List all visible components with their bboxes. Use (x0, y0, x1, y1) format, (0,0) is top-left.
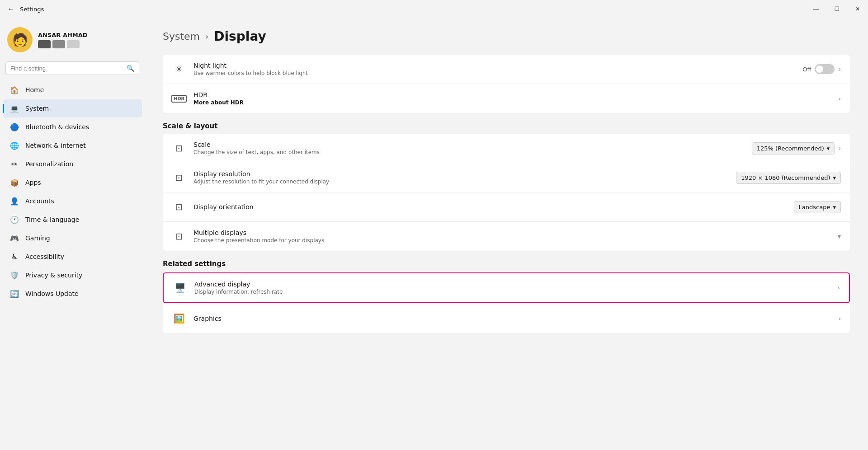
app-body: 🧑 ANSAR AHMAD 🔍 🏠 Home 💻 System 🔵 Blueto… (0, 18, 868, 450)
setting-row-multiple_displays[interactable]: ⊡ Multiple displays Choose the presentat… (163, 222, 850, 251)
dropdown-display_resolution[interactable]: 1920 × 1080 (Recommended) ▾ (736, 172, 841, 184)
nav-label-system: System (25, 105, 49, 112)
setting-icon-advanced_display: 🖥️ (173, 281, 187, 295)
setting-title-multiple_displays: Multiple displays (193, 229, 830, 236)
setting-row-scale[interactable]: ⊡ Scale Change the size of text, apps, a… (163, 134, 850, 163)
setting-row-night_light[interactable]: ☀️ Night light Use warmer colors to help… (163, 55, 850, 84)
chevron-icon-night_light: › (838, 66, 841, 73)
dropdown-chevron-scale: ▾ (827, 145, 830, 152)
setting-icon-hdr: HDR (172, 91, 186, 106)
setting-icon-scale: ⊡ (172, 141, 186, 155)
setting-desc-scale: Change the size of text, apps, and other… (193, 149, 745, 155)
setting-text-night_light: Night light Use warmer colors to help bl… (193, 62, 795, 76)
sidebar-item-gaming[interactable]: 🎮 Gaming (3, 229, 142, 247)
setting-icon-display_resolution: ⊡ (172, 170, 186, 185)
settings-card-top_settings: ☀️ Night light Use warmer colors to help… (163, 55, 850, 113)
badge-1 (38, 40, 51, 48)
setting-text-display_resolution: Display resolution Adjust the resolution… (193, 170, 729, 185)
setting-control-hdr: › (838, 95, 841, 102)
setting-desc-multiple_displays: Choose the presentation mode for your di… (193, 237, 830, 244)
close-button[interactable]: ✕ (847, 0, 868, 18)
setting-control-graphics: › (838, 315, 841, 322)
setting-row-graphics[interactable]: 🖼️ Graphics › (163, 304, 850, 333)
settings-card-related_settings: 🖥️ Advanced display Display information,… (163, 272, 850, 333)
setting-control-multiple_displays: ▾ (838, 233, 841, 240)
search-icon: 🔍 (127, 65, 134, 72)
avatar: 🧑 (7, 27, 33, 52)
setting-row-display_orientation[interactable]: ⊡ Display orientation Landscape ▾ (163, 192, 850, 222)
user-profile[interactable]: 🧑 ANSAR AHMAD (0, 22, 145, 60)
back-button[interactable]: ← (5, 3, 16, 15)
chevron-icon-advanced_display: › (837, 284, 840, 291)
dropdown-scale[interactable]: 125% (Recommended) ▾ (752, 142, 835, 155)
sidebar-item-system[interactable]: 💻 System (3, 99, 142, 117)
chevron-icon-scale: › (838, 145, 841, 152)
setting-text-multiple_displays: Multiple displays Choose the presentatio… (193, 229, 830, 244)
setting-control-night_light: Off › (802, 64, 841, 74)
toggle-night_light[interactable] (815, 64, 835, 74)
nav-icon-bluetooth: 🔵 (10, 122, 19, 131)
expand-icon-multiple_displays: ▾ (838, 233, 841, 240)
nav-icon-privacy: 🛡️ (10, 271, 19, 280)
setting-control-display_resolution: 1920 × 1080 (Recommended) ▾ (736, 172, 841, 184)
setting-desc-advanced_display: Display information, refresh rate (194, 289, 830, 295)
settings-card-scale_layout: ⊡ Scale Change the size of text, apps, a… (163, 134, 850, 251)
badge-2 (52, 40, 65, 48)
setting-title-graphics: Graphics (193, 315, 831, 322)
minimize-button[interactable]: — (806, 0, 826, 18)
sidebar-item-apps[interactable]: 📦 Apps (3, 173, 142, 192)
setting-title-advanced_display: Advanced display (194, 281, 830, 288)
chevron-icon-hdr: › (838, 95, 841, 102)
dropdown-value-display_resolution: 1920 × 1080 (Recommended) (741, 174, 830, 181)
maximize-button[interactable]: ❐ (826, 0, 847, 18)
setting-row-display_resolution[interactable]: ⊡ Display resolution Adjust the resoluti… (163, 163, 850, 192)
setting-text-display_orientation: Display orientation (193, 203, 787, 211)
page-title: Display (214, 29, 266, 44)
content-area: System › Display ☀️ Night light Use warm… (145, 18, 868, 450)
sidebar-item-bluetooth[interactable]: 🔵 Bluetooth & devices (3, 118, 142, 136)
nav-label-home: Home (25, 86, 44, 94)
nav-label-windows_update: Windows Update (25, 290, 79, 297)
user-info: ANSAR AHMAD (38, 32, 88, 48)
setting-subtitle-hdr: More about HDR (193, 99, 831, 106)
setting-row-hdr[interactable]: HDR HDR More about HDR › (163, 84, 850, 113)
nav-label-accessibility: Accessibility (25, 253, 64, 260)
sidebar-item-network[interactable]: 🌐 Network & internet (3, 136, 142, 155)
sidebar-item-time[interactable]: 🕐 Time & language (3, 211, 142, 229)
titlebar-controls: — ❐ ✕ (806, 0, 868, 18)
sidebar-item-home[interactable]: 🏠 Home (3, 81, 142, 99)
dropdown-chevron-display_resolution: ▾ (833, 174, 836, 181)
dropdown-value-scale: 125% (Recommended) (757, 145, 824, 152)
setting-title-display_resolution: Display resolution (193, 170, 729, 178)
setting-desc-display_resolution: Adjust the resolution to fit your connec… (193, 178, 729, 185)
sidebar-item-privacy[interactable]: 🛡️ Privacy & security (3, 266, 142, 284)
nav-label-apps: Apps (25, 179, 41, 186)
badge-3 (67, 40, 80, 48)
setting-row-advanced_display[interactable]: 🖥️ Advanced display Display information,… (163, 272, 850, 303)
dropdown-display_orientation[interactable]: Landscape ▾ (794, 201, 841, 213)
section-title-scale_layout: Scale & layout (163, 122, 850, 130)
nav-icon-system: 💻 (10, 104, 19, 113)
sidebar-item-accounts[interactable]: 👤 Accounts (3, 192, 142, 210)
nav-icon-gaming: 🎮 (10, 234, 19, 243)
sections-container: ☀️ Night light Use warmer colors to help… (163, 55, 850, 333)
user-badges (38, 40, 88, 48)
breadcrumb-separator: › (205, 32, 208, 41)
nav-list: 🏠 Home 💻 System 🔵 Bluetooth & devices 🌐 … (0, 80, 145, 303)
titlebar: ← Settings — ❐ ✕ (0, 0, 868, 18)
nav-icon-network: 🌐 (10, 141, 19, 150)
setting-control-scale: 125% (Recommended) ▾ › (752, 142, 841, 155)
setting-text-advanced_display: Advanced display Display information, re… (194, 281, 830, 295)
dropdown-chevron-display_orientation: ▾ (833, 204, 836, 211)
nav-icon-time: 🕐 (10, 215, 19, 224)
titlebar-left: ← Settings (5, 3, 44, 15)
sidebar-item-accessibility[interactable]: ♿ Accessibility (3, 248, 142, 266)
search-box[interactable]: 🔍 (5, 61, 139, 75)
sidebar-item-windows_update[interactable]: 🔄 Windows Update (3, 285, 142, 303)
setting-title-display_orientation: Display orientation (193, 203, 787, 211)
sidebar-item-personalization[interactable]: ✏️ Personalization (3, 155, 142, 173)
breadcrumb-parent[interactable]: System (163, 31, 200, 42)
setting-text-hdr: HDR More about HDR (193, 91, 831, 106)
search-input[interactable] (10, 65, 123, 72)
nav-label-personalization: Personalization (25, 160, 73, 168)
